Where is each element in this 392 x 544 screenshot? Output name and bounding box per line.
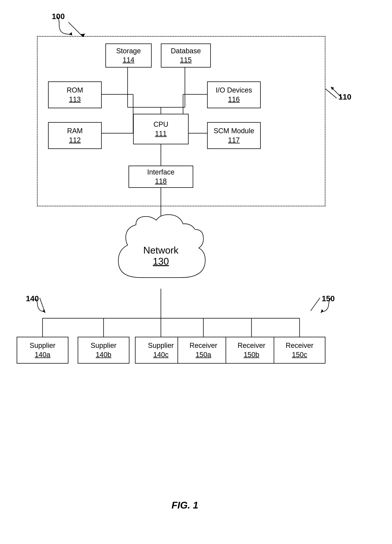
database-box: Database 115 (161, 43, 211, 68)
arrow-150 (314, 296, 333, 314)
svg-text:Network: Network (143, 245, 179, 255)
network-cloud: Network 130 (107, 211, 215, 290)
squiggle-100 (55, 15, 78, 37)
arrow-110 (327, 83, 346, 102)
supplier-140a-box: Supplier 140a (17, 337, 68, 364)
ram-box: RAM 112 (48, 122, 102, 149)
storage-box: Storage 114 (105, 43, 152, 68)
interface-box: Interface 118 (129, 166, 193, 188)
diagram: 100 110 Storage 114 Database 115 ROM 113… (0, 0, 392, 544)
supplier-140b-box: Supplier 140b (78, 337, 129, 364)
arrow-140 (33, 296, 52, 314)
scm-box: SCM Module 117 (207, 122, 261, 149)
svg-text:130: 130 (153, 256, 169, 267)
figure-label: FIG. 1 (148, 500, 222, 511)
cpu-box: CPU 111 (133, 114, 189, 144)
receiver-150c-box: Receiver 150c (274, 337, 325, 364)
io-box: I/O Devices 116 (207, 81, 261, 108)
receiver-150a-box: Receiver 150a (177, 337, 229, 364)
receiver-150b-box: Receiver 150b (226, 337, 277, 364)
cloud-svg: Network 130 (107, 211, 215, 290)
rom-box: ROM 113 (48, 81, 102, 108)
